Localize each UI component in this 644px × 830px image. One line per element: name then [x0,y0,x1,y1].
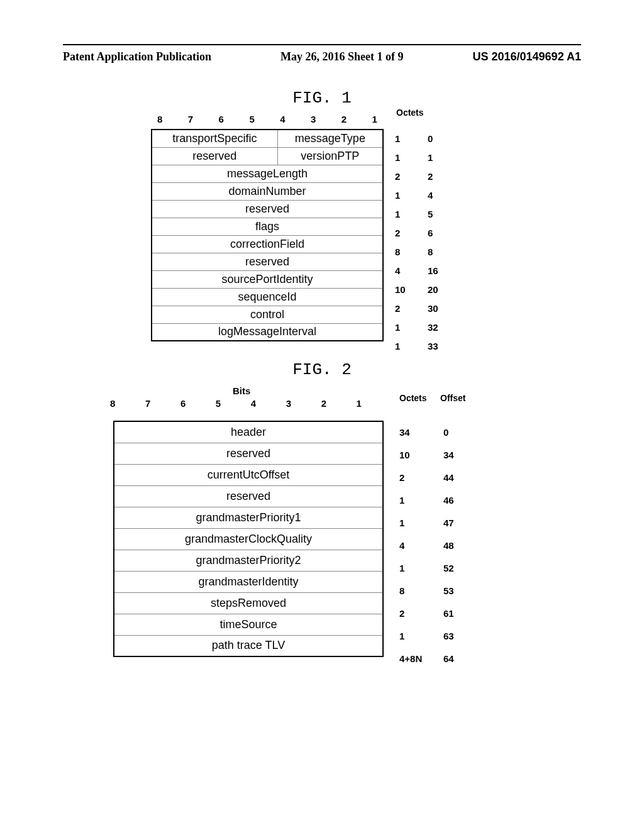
octets-value: 4 [399,534,422,556]
fig2-bits-label: Bits [233,385,250,396]
table-cell: transportSpecific [152,130,277,147]
octets-value: 10 [395,280,406,299]
table-row: sourcePortIdentity [152,270,383,288]
fig2-bit-num: 5 [216,398,221,409]
fig2-container: Bits 87654321 Octets Offset headerreserv… [113,385,516,657]
offset-value: 34 [443,443,454,466]
page-header: Patent Application Publication May 26, 2… [63,50,581,64]
header-left: Patent Application Publication [63,50,211,64]
offset-value: 20 [428,280,438,299]
octets-value: 1 [395,148,406,167]
octets-value: 1 [399,556,422,579]
table-cell: header [114,421,383,443]
fig1-bit-num: 6 [219,114,224,124]
octets-value: 10 [399,443,422,466]
table-row: messageLength [152,165,383,182]
table-cell: path trace TLV [114,635,383,656]
fig1-octets-header: Octets [396,108,424,118]
table-cell: logMessageInterval [152,323,383,341]
fig1-container: 87654321 Octets transportSpecificmessage… [151,114,503,341]
octets-value: 8 [395,242,406,261]
table-cell: reserved [152,147,277,165]
table-row: currentUtcOffset [114,464,383,485]
fig1-bit-num: 8 [157,114,162,124]
offset-value: 53 [443,579,454,602]
table-cell: messageLength [152,165,383,182]
fig1-bit-num: 4 [280,114,285,124]
table-cell: grandmasterPriority2 [114,550,383,571]
table-row: sequenceId [152,288,383,306]
table-row: reserved [114,443,383,464]
fig2-bit-num: 6 [180,398,186,409]
octets-value: 1 [399,511,422,534]
table-cell: reserved [152,253,383,270]
table-row: header [114,421,383,443]
offset-value: 63 [443,624,454,647]
table-row: path trace TLV [114,635,383,656]
fig2-offset-header: Offset [440,393,465,403]
fig1-title: FIG. 1 [0,89,644,108]
fig2-table: headerreservedcurrentUtcOffsetreservedgr… [113,421,384,657]
offset-value: 2 [428,167,438,185]
octets-value: 1 [395,185,406,204]
table-row: logMessageInterval [152,323,383,341]
table-cell: domainNumber [152,182,383,200]
fig2-bit-num: 3 [286,398,291,409]
octets-value: 2 [395,299,406,318]
fig2-table-wrap: headerreservedcurrentUtcOffsetreservedgr… [113,421,516,657]
table-row: timeSource [114,614,383,635]
fig2-bit-num: 1 [357,398,362,409]
table-row: grandmasterClockQuality [114,528,383,550]
table-cell: grandmasterIdentity [114,571,383,592]
octets-value: 8 [399,579,422,602]
table-cell: correctionField [152,235,383,253]
offset-value: 0 [443,421,454,443]
table-cell: flags [152,218,383,235]
header-rule [63,44,581,45]
fig1-offset-col: 01245681620303233 [428,129,438,355]
table-cell: versionPTP [277,147,383,165]
table-row: reservedversionPTP [152,147,383,165]
offset-value: 52 [443,556,454,579]
table-row: transportSpecificmessageType [152,130,383,147]
fig2-octets-header: Octets [399,393,427,403]
octets-value: 34 [399,421,422,443]
table-row: control [152,306,383,323]
table-row: stepsRemoved [114,592,383,614]
fig2-bit-num: 4 [251,398,256,409]
table-row: flags [152,218,383,235]
offset-value: 46 [443,489,454,511]
table-cell: sourcePortIdentity [152,270,383,288]
fig2-offset-col: 034444647485253616364 [443,421,454,670]
offset-value: 6 [428,223,438,242]
fig1-table-wrap: transportSpecificmessageTypereservedvers… [151,129,503,341]
offset-value: 48 [443,534,454,556]
octets-value: 1 [399,489,422,511]
offset-value: 0 [428,129,438,148]
table-row: grandmasterIdentity [114,571,383,592]
octets-value: 4 [395,261,406,280]
table-row: correctionField [152,235,383,253]
fig1-bit-num: 3 [311,114,316,124]
table-row: reserved [114,485,383,507]
fig2-bit-num: 7 [145,398,150,409]
offset-value: 64 [443,647,454,670]
octets-value: 1 [399,624,422,647]
table-row: grandmasterPriority2 [114,550,383,571]
table-cell: currentUtcOffset [114,464,383,485]
offset-value: 1 [428,148,438,167]
fig1-bit-num: 2 [341,114,347,124]
table-cell: reserved [152,200,383,218]
table-cell: sequenceId [152,288,383,306]
table-row: domainNumber [152,182,383,200]
header-right: US 2016/0149692 A1 [473,50,581,64]
table-cell: grandmasterClockQuality [114,528,383,550]
fig1-octets-col: 1121128410211 [395,129,406,355]
octets-value: 1 [395,336,406,355]
fig1-table: transportSpecificmessageTypereservedvers… [151,129,384,341]
table-cell: timeSource [114,614,383,635]
offset-value: 16 [428,261,438,280]
table-row: grandmasterPriority1 [114,507,383,528]
offset-value: 33 [428,336,438,355]
offset-value: 8 [428,242,438,261]
